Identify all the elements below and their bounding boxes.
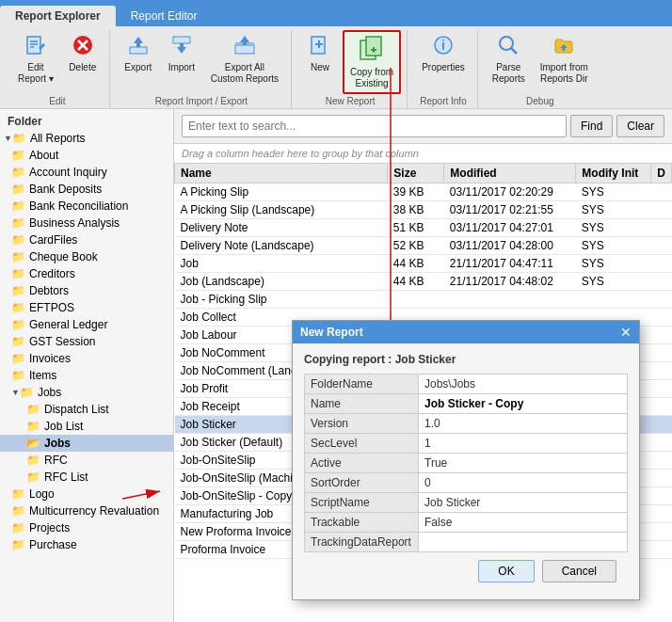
sidebar-item-multicurrency-revaluation[interactable]: 📁Multicurrency Revaluation: [0, 502, 173, 519]
sidebar-header: Folder: [0, 113, 173, 130]
delete-button[interactable]: Delete: [62, 30, 104, 77]
import-button[interactable]: Import: [161, 30, 202, 77]
sidebar-items: ▼ 📁All Reports📁About📁Account Inquiry📁Ban…: [0, 130, 173, 553]
title-bar: Report Explorer Report Editor: [0, 0, 672, 26]
tab-report-editor[interactable]: Report Editor: [116, 6, 213, 26]
export-label: Export: [124, 62, 152, 73]
table-row[interactable]: A Picking Slip39 KB03/11/2017 02:20:29SY…: [175, 183, 672, 201]
edit-group-label: Edit: [49, 96, 65, 106]
field-label-seclevel: SecLevel: [305, 434, 418, 453]
sidebar-item-invoices[interactable]: 📁Invoices: [0, 350, 173, 367]
table-row[interactable]: Job (Landscape)44 KB21/11/2017 04:48:02S…: [175, 273, 672, 291]
import-icon: [170, 34, 193, 60]
table-row[interactable]: Job44 KB21/11/2017 04:47:11SYS: [175, 255, 672, 273]
col-d[interactable]: D: [651, 164, 672, 183]
export-button[interactable]: Export: [118, 30, 159, 77]
table-row[interactable]: A Picking Slip (Landscape)38 KB03/11/201…: [175, 201, 672, 219]
sidebar: Folder ▼ 📁All Reports📁About📁Account Inqu…: [0, 109, 174, 622]
sidebar-item-purchase[interactable]: 📁Purchase: [0, 536, 173, 553]
export-all-button[interactable]: Export AllCustom Reports: [204, 30, 285, 88]
sidebar-item-rfc[interactable]: 📁RFC: [0, 452, 173, 469]
svg-text:i: i: [441, 38, 445, 53]
col-init[interactable]: Modify Init: [576, 164, 651, 183]
col-size[interactable]: Size: [388, 164, 444, 183]
copying-name: Job Sticker: [395, 353, 456, 366]
sidebar-item-job-list[interactable]: 📁Job List: [0, 418, 173, 435]
new-report-group-label: New Report: [326, 96, 376, 106]
col-modified[interactable]: Modified: [444, 164, 576, 183]
sidebar-item-rfc-list[interactable]: 📁RFC List: [0, 469, 173, 486]
new-icon: [309, 34, 331, 60]
svg-rect-0: [27, 37, 40, 54]
field-value-active: True: [419, 454, 627, 472]
svg-rect-8: [130, 47, 147, 54]
import-dir-icon: [552, 34, 575, 60]
sidebar-item-dispatch-list[interactable]: 📁Dispatch List: [0, 401, 173, 418]
sidebar-item-jobs[interactable]: ▼ 📁Jobs: [0, 384, 173, 401]
sidebar-item-gst-session[interactable]: 📁GST Session: [0, 333, 173, 350]
sidebar-item-general-ledger[interactable]: 📁General Ledger: [0, 316, 173, 333]
new-label: New: [311, 62, 329, 73]
name-input[interactable]: [424, 397, 621, 410]
find-button[interactable]: Find: [570, 115, 613, 137]
sidebar-item-cheque-book[interactable]: 📁Cheque Book: [0, 248, 173, 265]
search-bar: Find Clear: [174, 109, 672, 144]
sidebar-item-bank-reconciliation[interactable]: 📁Bank Reconciliation: [0, 198, 173, 215]
sidebar-item-business-analysis[interactable]: 📁Business Analysis: [0, 215, 173, 231]
cancel-button[interactable]: Cancel: [542, 560, 616, 582]
svg-point-24: [500, 37, 513, 50]
ok-button[interactable]: OK: [478, 560, 534, 582]
sidebar-item-eftpos[interactable]: 📁EFTPOS: [0, 299, 173, 316]
field-label-trackable: Trackable: [305, 513, 418, 532]
table-row[interactable]: Delivery Note51 KB03/11/2017 04:27:01SYS: [175, 219, 672, 237]
field-value-name[interactable]: [419, 394, 627, 413]
parse-reports-button[interactable]: ParseReports: [486, 30, 532, 88]
ribbon-group-import-export: Export Import Export AllCustom Reports R…: [112, 30, 292, 108]
sidebar-item-logo[interactable]: 📁Logo: [0, 486, 173, 502]
dialog-form: FolderNameJobs\JobsNameVersion1.0SecLeve…: [304, 374, 628, 552]
svg-marker-11: [177, 43, 186, 54]
sidebar-item-about[interactable]: 📁About: [0, 147, 173, 164]
edit-report-button[interactable]: EditReport ▾: [11, 30, 60, 88]
table-header-row: Name Size Modified Modify Init D: [175, 164, 672, 183]
dialog-body: Copying report : Job Sticker FolderNameJ…: [293, 343, 639, 599]
ribbon-group-report-info: i Properties Report Info: [409, 30, 478, 108]
edit-icon: [24, 34, 47, 60]
report-info-group-label: Report Info: [420, 96, 466, 106]
field-label-version: Version: [305, 414, 418, 433]
sidebar-item-creditors[interactable]: 📁Creditors: [0, 265, 173, 282]
table-row[interactable]: Delivery Note (Landscape)52 KB03/11/2017…: [175, 237, 672, 255]
sidebar-item-projects[interactable]: 📁Projects: [0, 519, 173, 536]
export-all-label: Export AllCustom Reports: [211, 62, 279, 85]
dialog-titlebar: New Report ✕: [293, 321, 639, 343]
properties-button[interactable]: i Properties: [415, 30, 472, 77]
table-row[interactable]: Job - Picking Slip: [175, 291, 672, 309]
field-value-seclevel: 1: [419, 434, 627, 453]
sidebar-item-all-reports[interactable]: ▼ 📁All Reports: [0, 130, 173, 147]
field-label-active: Active: [305, 454, 418, 472]
sidebar-item-jobs[interactable]: 📂Jobs: [0, 435, 173, 452]
parse-reports-label: ParseReports: [492, 62, 525, 85]
clear-button[interactable]: Clear: [616, 115, 664, 137]
sidebar-item-cardfiles[interactable]: 📁CardFiles: [0, 231, 173, 248]
export-all-icon: [233, 34, 256, 60]
tab-report-explorer[interactable]: Report Explorer: [0, 6, 116, 26]
field-value-sortorder: 0: [419, 473, 627, 492]
ribbon-group-debug: ParseReports Import fromReports Dir Debu…: [480, 30, 600, 108]
export-icon: [127, 34, 150, 60]
new-button[interactable]: New: [299, 30, 341, 77]
dialog-close-button[interactable]: ✕: [620, 325, 632, 340]
parse-icon: [497, 34, 520, 60]
sidebar-item-debtors[interactable]: 📁Debtors: [0, 282, 173, 299]
col-name[interactable]: Name: [175, 164, 388, 183]
field-label-scriptname: ScriptName: [305, 493, 418, 512]
sidebar-item-items[interactable]: 📁Items: [0, 367, 173, 384]
properties-icon: i: [432, 34, 455, 60]
sidebar-item-account-inquiry[interactable]: 📁Account Inquiry: [0, 164, 173, 181]
field-value-trackingdatareport: [419, 533, 627, 551]
sidebar-item-bank-deposits[interactable]: 📁Bank Deposits: [0, 181, 173, 198]
import-from-dir-button[interactable]: Import fromReports Dir: [534, 30, 595, 88]
search-input[interactable]: [182, 115, 567, 137]
dialog-footer: OK Cancel: [304, 552, 628, 590]
copy-from-button[interactable]: Copy fromExisting: [343, 30, 401, 94]
